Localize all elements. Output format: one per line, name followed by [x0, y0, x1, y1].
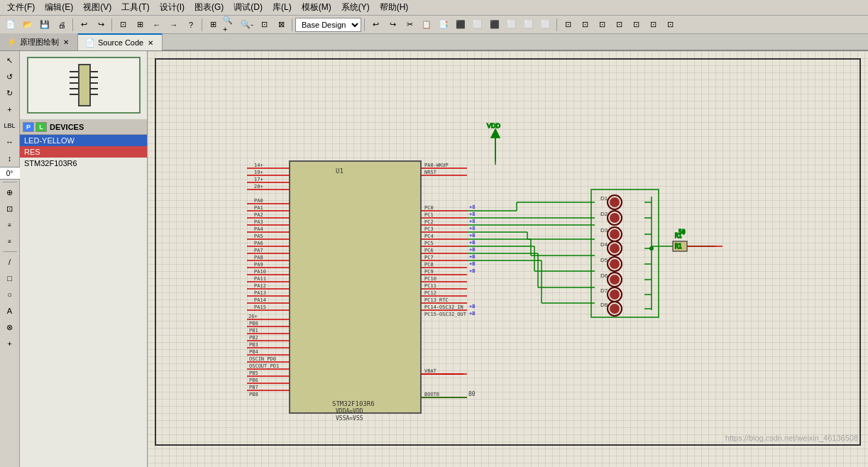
devices-header: P L DEVICES	[20, 119, 147, 135]
toolbar-t3[interactable]: ✂	[402, 17, 417, 33]
devices-p-btn[interactable]: P	[23, 122, 34, 132]
toolbar-t6[interactable]: ⬛	[453, 17, 468, 33]
menu-lib[interactable]: 库(L)	[268, 0, 296, 15]
left-toolbar-sep1	[3, 182, 17, 182]
tab-source-label: Source Code	[98, 38, 143, 47]
toolbar-t9[interactable]: ⬜	[504, 17, 520, 33]
devices-title: DEVICES	[50, 123, 84, 131]
device-item-stm32[interactable]: STM32F103R6	[20, 158, 147, 169]
tool-hflip[interactable]: ↔	[2, 134, 18, 150]
toolbar-r6[interactable]: ⊡	[645, 17, 661, 33]
tool-wire[interactable]: ⊕	[2, 185, 18, 200]
tool-label[interactable]: LBL	[2, 118, 18, 133]
tab-schematic-label: 原理图绘制	[20, 37, 59, 48]
toolbar-zoom-out[interactable]: 🔍-	[239, 17, 255, 33]
toolbar-t8[interactable]: ⬛	[487, 17, 502, 33]
tab-schematic[interactable]: ⚡ 原理图绘制 ✕	[0, 33, 78, 50]
sidebar-panel: P L DEVICES LED-YELLOW RES STM32F103R6	[20, 51, 148, 467]
toolbar-sep6	[556, 18, 557, 31]
tab-schematic-close[interactable]: ✕	[62, 38, 70, 46]
toolbar-b3[interactable]: ←	[149, 17, 165, 33]
toolbar-t2[interactable]: ↪	[385, 17, 400, 33]
device-item-led[interactable]: LED-YELLOW	[20, 135, 147, 146]
tool-marker[interactable]: ⊗	[2, 319, 18, 335]
menu-file[interactable]: 文件(F)	[3, 0, 39, 15]
component-preview	[27, 57, 141, 114]
left-toolbar-sep2	[3, 251, 17, 252]
toolbar-zoom-area[interactable]: ⊡	[256, 17, 272, 33]
tabbar: ⚡ 原理图绘制 ✕ 📄 Source Code ✕	[0, 34, 868, 51]
tool-port[interactable]: ≡	[2, 234, 18, 249]
tool-circle[interactable]: ○	[2, 287, 18, 302]
toolbar-sep5	[364, 18, 365, 31]
toolbar-t11[interactable]: ⬜	[538, 17, 554, 33]
toolbar: 📄 📂 💾 🖨 ↩ ↪ ⊡ ⊞ ← → ? ⊞ 🔍+ 🔍- ⊡ ⊠ Base D…	[0, 16, 868, 34]
menu-system[interactable]: 系统(Y)	[337, 0, 374, 15]
toolbar-b2[interactable]: ⊞	[132, 17, 148, 33]
toolbar-sep2	[111, 18, 112, 31]
menubar: 文件(F) 编辑(E) 视图(V) 工具(T) 设计(I) 图表(G) 调试(D…	[0, 0, 868, 16]
toolbar-r3[interactable]: ⊡	[594, 17, 610, 33]
toolbar-sep4	[292, 18, 292, 31]
menu-edit[interactable]: 编辑(E)	[40, 0, 77, 15]
toolbar-new[interactable]: 📄	[3, 17, 18, 33]
tool-rect[interactable]: □	[2, 270, 18, 286]
toolbar-save[interactable]: 💾	[37, 17, 53, 33]
menu-view[interactable]: 视图(V)	[79, 0, 116, 15]
tool-vflip[interactable]: ↕	[2, 150, 18, 166]
left-toolbar: ↖ ↺ ↻ + LBL ↔ ↕ ⊕ ⊡ ≡ ≡ / □ ○ A ⊗ +	[0, 51, 20, 467]
toolbar-sep3	[202, 18, 202, 31]
tool-add[interactable]: +	[2, 101, 18, 117]
mode-select[interactable]: Base Design	[295, 18, 361, 32]
toolbar-r5[interactable]: ⊡	[628, 17, 644, 33]
tab-source-icon: 📄	[85, 38, 95, 48]
angle-input[interactable]	[0, 167, 21, 180]
tool-netname[interactable]: ≡	[2, 217, 18, 233]
tool-line[interactable]: /	[2, 254, 18, 270]
toolbar-undo[interactable]: ↩	[76, 17, 92, 33]
tool-redo[interactable]: ↻	[2, 85, 18, 101]
menu-template[interactable]: 模板(M)	[297, 0, 336, 15]
toolbar-b5[interactable]: ?	[183, 17, 199, 33]
toolbar-t7[interactable]: ⬜	[470, 17, 485, 33]
menu-tools[interactable]: 工具(T)	[117, 0, 153, 15]
toolbar-zoom-full[interactable]: ⊠	[273, 17, 289, 33]
tool-insert[interactable]: +	[2, 336, 18, 351]
schematic-border	[155, 58, 861, 446]
menu-help[interactable]: 帮助(H)	[375, 0, 413, 15]
tool-select[interactable]: ↖	[2, 53, 18, 68]
menu-design[interactable]: 设计(I)	[155, 0, 189, 15]
main-layout: ↖ ↺ ↻ + LBL ↔ ↕ ⊕ ⊡ ≡ ≡ / □ ○ A ⊗ +	[0, 51, 868, 467]
device-list: LED-YELLOW RES STM32F103R6	[20, 135, 147, 467]
toolbar-redo[interactable]: ↪	[93, 17, 109, 33]
tool-text[interactable]: A	[2, 303, 18, 319]
toolbar-zoom-in[interactable]: 🔍+	[222, 17, 238, 33]
toolbar-r7[interactable]: ⊡	[662, 17, 678, 33]
toolbar-zoom-fit[interactable]: ⊞	[205, 17, 221, 33]
menu-chart[interactable]: 图表(G)	[190, 0, 228, 15]
canvas-area[interactable]: STM32F103R6 VDDA=VDD VSSA=VSS U1	[148, 51, 868, 467]
toolbar-open[interactable]: 📂	[20, 17, 35, 33]
toolbar-t4[interactable]: 📋	[419, 17, 434, 33]
toolbar-sep1	[72, 18, 73, 31]
tab-source-close[interactable]: ✕	[146, 38, 155, 47]
tab-source-code[interactable]: 📄 Source Code ✕	[78, 33, 163, 50]
menu-debug[interactable]: 调试(D)	[229, 0, 267, 15]
toolbar-r2[interactable]: ⊡	[577, 17, 593, 33]
watermark: https://blog.csdn.net/weixin_46136508	[725, 434, 858, 442]
toolbar-t10[interactable]: ⬜	[521, 17, 537, 33]
toolbar-print[interactable]: 🖨	[54, 17, 70, 33]
toolbar-b4[interactable]: →	[166, 17, 182, 33]
toolbar-t1[interactable]: ↩	[368, 17, 383, 33]
toolbar-r1[interactable]: ⊡	[560, 17, 576, 33]
devices-l-btn[interactable]: L	[35, 122, 47, 132]
tab-schematic-icon: ⚡	[7, 38, 17, 47]
device-item-res[interactable]: RES	[20, 146, 147, 158]
toolbar-r4[interactable]: ⊡	[611, 17, 627, 33]
toolbar-b1[interactable]: ⊡	[115, 17, 131, 33]
tool-bus[interactable]: ⊡	[2, 201, 18, 216]
tool-undo[interactable]: ↺	[2, 69, 18, 84]
toolbar-t5[interactable]: 📑	[436, 17, 451, 33]
